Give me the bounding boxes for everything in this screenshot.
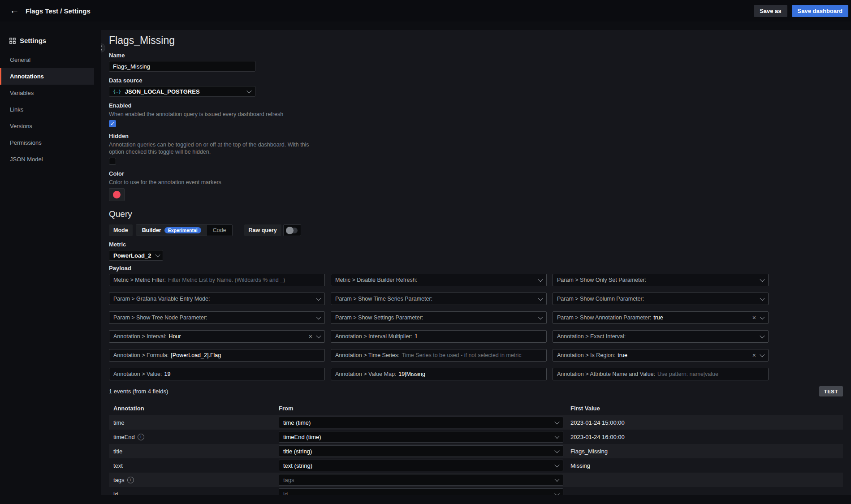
chevron-down-icon: [760, 333, 765, 338]
payload-field[interactable]: Annotation > Is Region:true×: [553, 349, 769, 362]
payload-field-value: Hour: [168, 333, 181, 340]
payload-field-label: Param > Show Settings Parameter:: [335, 314, 423, 321]
annotation-field-name: title: [113, 448, 279, 455]
sidebar-item-general[interactable]: General: [0, 52, 94, 68]
payload-field-label: Param > Grafana Variable Entry Mode:: [113, 296, 210, 302]
payload-field[interactable]: Annotation > Value:19: [109, 368, 325, 380]
datasource-picker[interactable]: {..} JSON_LOCAL_POSTGRES: [109, 86, 255, 97]
first-value: 2023-01-24 16:00:00: [570, 434, 843, 440]
metric-value: PowerLoad_2: [113, 252, 151, 259]
hidden-checkbox[interactable]: [109, 158, 116, 165]
payload-field-label: Param > Show Column Parameter:: [557, 296, 644, 302]
chevron-down-icon: [554, 477, 559, 482]
first-value: 2023-01-24 15:00:00: [570, 419, 843, 426]
row-label: title: [113, 448, 122, 455]
name-input[interactable]: [109, 61, 255, 72]
payload-field[interactable]: Annotation > Time Series:Time Series to …: [331, 349, 547, 362]
payload-field[interactable]: Annotation > Interval Multiplier:1: [331, 330, 547, 343]
table-row: texttext (string)Missing: [109, 458, 843, 473]
chevron-down-icon: [316, 314, 321, 319]
chevron-down-icon: [760, 314, 765, 319]
chevron-down-icon: [316, 333, 321, 338]
query-heading: Query: [109, 209, 843, 219]
payload-field[interactable]: Annotation > Attribute Name and Value:Us…: [553, 368, 769, 380]
payload-field-label: Annotation > Exact Interval:: [557, 333, 626, 340]
clear-icon[interactable]: ×: [752, 352, 756, 358]
payload-grid: Metric > Metric Filter:Filter Metric Lis…: [109, 274, 843, 380]
mapping-table-header: Annotation From First Value: [109, 401, 843, 415]
payload-field[interactable]: Annotation > Exact Interval:: [553, 330, 769, 343]
toggle-knob: [286, 227, 294, 234]
payload-field[interactable]: Param > Show Column Parameter:: [553, 293, 769, 305]
chevron-down-icon: [554, 419, 559, 424]
mode-option-builder[interactable]: Builder Experimental: [136, 225, 207, 236]
from-select[interactable]: text (string): [279, 460, 563, 471]
from-select[interactable]: time (time): [279, 417, 563, 428]
from-select[interactable]: tags: [279, 474, 563, 486]
page-title: Flags_Missing: [109, 34, 843, 47]
chevron-down-icon: [760, 352, 765, 357]
save-as-button[interactable]: Save as: [754, 5, 787, 17]
sidebar-item-json-model[interactable]: JSON Model: [0, 151, 94, 168]
payload-field-value: 1: [415, 333, 418, 340]
payload-field-label: Annotation > Value:: [113, 371, 162, 377]
color-swatch: [113, 191, 121, 198]
payload-field-label: Annotation > Is Region:: [557, 352, 615, 358]
enabled-description: When enabled the annotation query is iss…: [109, 111, 311, 118]
table-row: timetime (time)2023-01-24 15:00:00: [109, 415, 843, 430]
chevron-left-icon: [101, 45, 104, 50]
raw-query-label: Raw query: [244, 224, 281, 236]
sidebar-nav: GeneralAnnotationsVariablesLinksVersions…: [0, 52, 101, 168]
table-row: timeEnditimeEnd (time)2023-01-24 16:00:0…: [109, 430, 843, 444]
payload-field[interactable]: Param > Show Settings Parameter:: [331, 311, 547, 324]
payload-field[interactable]: Annotation > Interval:Hour×: [109, 330, 325, 343]
payload-field[interactable]: Annotation > Value Map:19|Missing: [331, 368, 547, 380]
mode-segmented-control: Builder Experimental Code: [136, 224, 233, 236]
sidebar-item-variables[interactable]: Variables: [0, 85, 94, 101]
from-select[interactable]: id: [279, 488, 563, 495]
payload-field[interactable]: Metric > Metric Filter:Filter Metric Lis…: [109, 274, 325, 286]
payload-field[interactable]: Metric > Disable Builder Refresh:: [331, 274, 547, 286]
payload-field[interactable]: Annotation > Formula:[PowerLoad_2].Flag: [109, 349, 325, 362]
collapse-panel-button[interactable]: [101, 43, 105, 52]
events-summary: 1 events (from 4 fields): [109, 388, 168, 395]
grid-icon: [9, 38, 16, 44]
chevron-down-icon: [554, 448, 559, 453]
payload-field[interactable]: Param > Show Time Series Parameter:: [331, 293, 547, 305]
test-button[interactable]: TEST: [819, 386, 843, 396]
back-arrow-icon[interactable]: ←: [6, 5, 26, 17]
from-select[interactable]: timeEnd (time): [279, 431, 563, 443]
datasource-icon: {..}: [113, 89, 121, 94]
sidebar-item-versions[interactable]: Versions: [0, 118, 94, 134]
color-field-group: Color Color to use for the annotation ev…: [109, 170, 843, 201]
sidebar-item-links[interactable]: Links: [0, 101, 94, 118]
enabled-checkbox[interactable]: ✓: [109, 120, 116, 127]
clear-icon[interactable]: ×: [309, 333, 312, 340]
color-picker[interactable]: [109, 188, 125, 201]
mode-label: Mode: [109, 224, 133, 236]
payload-field-label: Param > Show Tree Node Parameter:: [113, 314, 207, 321]
sidebar-item-permissions[interactable]: Permissions: [0, 134, 94, 151]
payload-field-label: Annotation > Attribute Name and Value:: [557, 371, 655, 377]
clear-icon[interactable]: ×: [752, 314, 756, 321]
chevron-down-icon: [554, 434, 559, 439]
mode-option-code[interactable]: Code: [207, 225, 232, 236]
raw-query-toggle[interactable]: [283, 224, 301, 236]
payload-field-placeholder: Time Series to be used - if not selected…: [402, 352, 521, 358]
row-label: text: [113, 462, 123, 469]
payload-field[interactable]: Param > Show Only Set Parameter:: [553, 274, 769, 286]
sidebar-item-annotations[interactable]: Annotations: [0, 68, 94, 85]
payload-field[interactable]: Param > Grafana Variable Entry Mode:: [109, 293, 325, 305]
payload-field-value: 19: [164, 371, 171, 377]
payload-field[interactable]: Param > Show Tree Node Parameter:: [109, 311, 325, 324]
metric-select[interactable]: PowerLoad_2: [109, 250, 163, 261]
payload-field-label: Annotation > Value Map:: [335, 371, 396, 377]
payload-field-placeholder: Filter Metric List by Name. (Wildcards %…: [168, 277, 285, 283]
name-field-group: Name: [109, 52, 843, 72]
from-select[interactable]: title (string): [279, 445, 563, 457]
chevron-down-icon: [760, 277, 765, 282]
save-dashboard-button[interactable]: Save dashboard: [792, 5, 848, 17]
payload-field[interactable]: Param > Show Annotation Parameter:true×: [553, 311, 769, 324]
chevron-down-icon: [316, 296, 321, 301]
code-label: Code: [213, 227, 226, 233]
